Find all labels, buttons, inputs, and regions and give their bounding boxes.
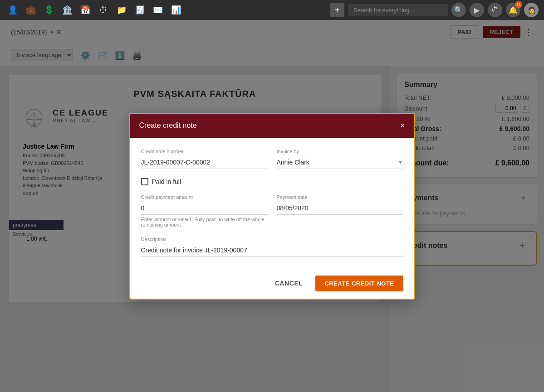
clock-nav-icon[interactable]: ⏱: [96, 3, 111, 17]
bank-nav-icon[interactable]: 🏦: [60, 3, 74, 17]
description-group: Description: [141, 237, 403, 257]
avatar[interactable]: 👩: [524, 3, 539, 17]
paid-in-full-row: Paid in full: [141, 178, 403, 185]
payment-date-label: Payment date: [277, 194, 403, 200]
page-background: (15/03/2019) • ✉ PAID REJECT ⋮ Invoice l…: [0, 20, 544, 392]
form-row-2: Credit payment amount Enter amount or se…: [141, 194, 403, 227]
create-credit-note-button[interactable]: CREATE CREDIT NOTE: [315, 276, 403, 291]
invoice-by-group: Invoice by Annie Clark ▼: [277, 149, 403, 169]
payment-date-input[interactable]: [277, 202, 403, 215]
description-input[interactable]: [141, 244, 403, 257]
credit-note-number-label: Credit note number: [141, 149, 268, 154]
modal-header: Create credit note ×: [130, 114, 414, 138]
credit-note-number-input[interactable]: [141, 156, 268, 169]
search-button[interactable]: 🔍: [451, 3, 466, 17]
folder-nav-icon[interactable]: 📁: [114, 3, 129, 17]
credit-payment-amount-label: Credit payment amount: [141, 194, 268, 200]
receipt-nav-icon[interactable]: 🧾: [132, 3, 147, 17]
cancel-button[interactable]: CANCEL: [268, 276, 310, 291]
credit-payment-amount-group: Credit payment amount Enter amount or se…: [141, 194, 268, 227]
create-credit-note-modal: Create credit note × Credit note number …: [129, 113, 415, 300]
modal-overlay: Create credit note × Credit note number …: [0, 20, 544, 392]
modal-close-button[interactable]: ×: [400, 121, 405, 131]
form-row-1: Credit note number Invoice by Annie Clar…: [141, 149, 403, 169]
briefcase-nav-icon[interactable]: 💼: [24, 3, 38, 17]
person-nav-icon[interactable]: 👤: [5, 3, 20, 17]
search-input[interactable]: [348, 4, 448, 16]
credit-note-number-group: Credit note number: [141, 149, 268, 169]
add-button[interactable]: +: [330, 3, 344, 17]
modal-body: Credit note number Invoice by Annie Clar…: [130, 138, 414, 268]
invoice-by-label: Invoice by: [277, 149, 403, 154]
chart-nav-icon[interactable]: 📊: [169, 3, 183, 17]
paid-in-full-label: Paid in full: [152, 178, 181, 185]
modal-title: Create credit note: [139, 121, 197, 130]
description-label: Description: [141, 237, 403, 242]
invoice-by-select[interactable]: Annie Clark: [277, 156, 403, 169]
payment-amount-hint: Enter amount or select "Fully paid" to w…: [141, 217, 268, 227]
calendar-nav-icon[interactable]: 📅: [78, 3, 93, 17]
credit-payment-amount-input[interactable]: [141, 202, 268, 215]
play-button[interactable]: ▶: [470, 3, 484, 17]
payment-date-group: Payment date: [277, 194, 403, 227]
notification-area: 🔔 31: [506, 3, 520, 17]
dollar-nav-icon[interactable]: 💲: [42, 3, 56, 17]
notification-badge: 31: [515, 1, 522, 8]
timer-button[interactable]: ⏱: [488, 3, 502, 17]
paid-in-full-checkbox[interactable]: [141, 178, 148, 185]
navbar: 👤 💼 💲 🏦 📅 ⏱ 📁 🧾 ✉️ 📊 + 🔍 ▶ ⏱ 🔔 31 👩: [0, 0, 544, 20]
modal-footer: CANCEL CREATE CREDIT NOTE: [130, 268, 414, 299]
mail-nav-icon[interactable]: ✉️: [151, 3, 165, 17]
